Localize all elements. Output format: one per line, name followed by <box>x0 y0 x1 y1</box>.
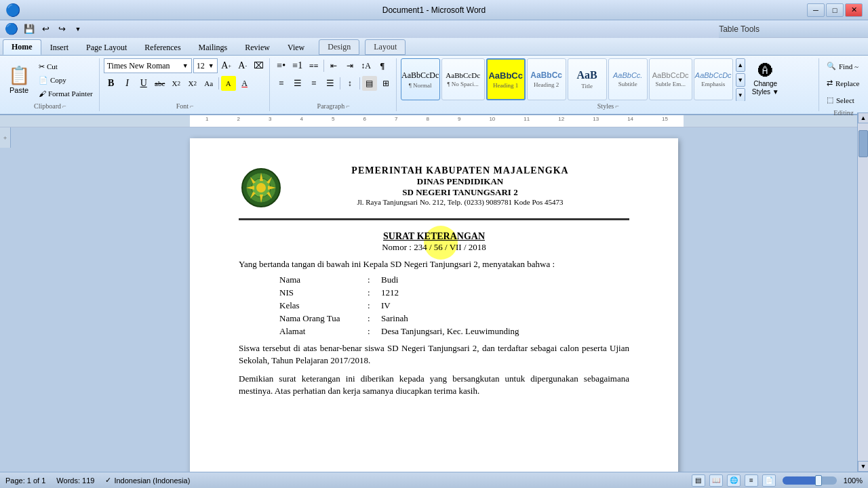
draft-button[interactable]: 📄 <box>762 474 776 487</box>
find-button[interactable]: 🔍 Find ~ <box>823 58 864 74</box>
cut-button[interactable]: ✂ Cut <box>35 60 96 73</box>
format-painter-button[interactable]: 🖌 Format Painter <box>35 87 96 100</box>
minimize-button[interactable]: ─ <box>807 3 825 17</box>
style-title[interactable]: AaB Title <box>568 58 607 100</box>
style-h1-label: Heading 1 <box>493 82 518 89</box>
data-row-alamat: Alamat : Desa Tanjungsari, Kec. Leuwimun… <box>279 326 629 337</box>
print-layout-button[interactable]: ▤ <box>692 474 705 487</box>
subscript-button[interactable]: X2 <box>169 76 184 91</box>
copy-button[interactable]: 📄 Copy <box>35 74 96 87</box>
multilevel-button[interactable]: ≡≡ <box>307 58 321 73</box>
clipboard-expand[interactable]: ⌐ <box>62 102 66 110</box>
justify-button[interactable]: ☰ <box>323 76 338 91</box>
style-subtitle[interactable]: AaBbCc. Subtitle <box>608 58 648 100</box>
tab-mailings[interactable]: Mailings <box>190 40 237 55</box>
bold-button[interactable]: B <box>104 76 119 91</box>
zoom-thumb[interactable] <box>815 475 822 486</box>
increase-indent-button[interactable]: ⇥ <box>342 58 357 73</box>
style-subtle-em[interactable]: AaBbCcDc Subtle Em... <box>649 58 692 100</box>
scroll-track[interactable] <box>858 123 868 461</box>
highlight-button[interactable]: A <box>221 76 236 91</box>
tab-pagelayout[interactable]: Page Layout <box>77 40 136 55</box>
numbering-button[interactable]: ≡1 <box>290 58 305 73</box>
scroll-thumb[interactable] <box>859 130 868 157</box>
paragraph-label: Paragraph ⌐ <box>274 101 393 111</box>
web-layout-button[interactable]: 🌐 <box>727 474 741 487</box>
school-address: Jl. Raya Tanjungsari No. 212, Telp. (023… <box>291 198 629 206</box>
outline-button[interactable]: ≡ <box>745 474 758 487</box>
replace-button[interactable]: ⇄ Replace <box>823 75 864 91</box>
save-button[interactable]: 💾 <box>22 22 37 36</box>
styles-group: AaBbCcDc ¶ Normal AaBbCcDc ¶ No Spaci...… <box>398 58 819 111</box>
ruler-num: 7 <box>395 116 397 122</box>
shading-button[interactable]: ▤ <box>362 76 377 91</box>
office-orb[interactable]: 🔵 <box>3 22 20 36</box>
logo-svg <box>241 167 281 211</box>
maximize-button[interactable]: □ <box>826 3 844 17</box>
style-normal[interactable]: AaBbCcDc ¶ Normal <box>401 58 440 100</box>
clear-format-button[interactable]: ⌧ <box>252 58 267 73</box>
align-center-button[interactable]: ☰ <box>290 76 305 91</box>
bullets-button[interactable]: ≡• <box>274 58 289 73</box>
document-page[interactable]: PEMERINTAH KABUPATEN MAJALENGKA DINAS PE… <box>190 138 678 472</box>
font-color-button[interactable]: A <box>237 76 252 91</box>
sort-button[interactable]: ↕A <box>359 58 374 73</box>
table-tools-label: Table Tools <box>719 24 760 34</box>
show-hide-button[interactable]: ¶ <box>375 58 390 73</box>
styles-expand[interactable]: ⌐ <box>615 102 619 110</box>
paragraph-expand[interactable]: ⌐ <box>346 102 350 110</box>
select-button[interactable]: ⬚ Select <box>823 92 864 108</box>
style-heading2[interactable]: AaBbCc Heading 2 <box>527 58 566 100</box>
borders-button[interactable]: ⊞ <box>378 76 393 91</box>
change-case-button[interactable]: Aa <box>201 76 216 91</box>
tab-references[interactable]: References <box>136 40 189 55</box>
tab-review[interactable]: Review <box>236 40 279 55</box>
strikethrough-button[interactable]: abc <box>153 76 167 91</box>
redo-button[interactable]: ↪ <box>54 22 69 36</box>
zoom-slider[interactable] <box>783 476 837 485</box>
tab-insert[interactable]: Insert <box>41 40 77 55</box>
qat-dropdown[interactable]: ▼ <box>71 22 85 36</box>
shrink-font-button[interactable]: A- <box>235 58 250 73</box>
grow-font-button[interactable]: A+ <box>219 58 234 73</box>
tab-home[interactable]: Home <box>3 39 41 55</box>
tab-layout[interactable]: Layout <box>365 39 406 55</box>
style-no-spacing[interactable]: AaBbCcDc ¶ No Spaci... <box>441 58 485 100</box>
paste-button[interactable]: 📋 Paste <box>4 60 34 100</box>
title-bar: 🔵 Document1 - Microsoft Word ─ □ ✕ <box>0 0 868 20</box>
styles-scroll-more[interactable]: ▼ <box>736 88 745 101</box>
styles-scroll-up[interactable]: ▲ <box>736 58 745 72</box>
font-expand[interactable]: ⌐ <box>190 102 194 110</box>
italic-button[interactable]: I <box>120 76 135 91</box>
style-subtitle-label: Subtitle <box>618 81 637 87</box>
underline-button[interactable]: U <box>136 76 151 91</box>
letter-title: SURAT KETERANGAN <box>239 231 629 242</box>
style-heading1[interactable]: AaBbCc Heading 1 <box>486 58 526 100</box>
zoom-level: 100% <box>844 476 863 485</box>
org-name: PEMERINTAH KABUPATEN MAJALENGKA <box>291 165 629 176</box>
align-right-button[interactable]: ≡ <box>307 76 321 91</box>
divider <box>323 60 324 72</box>
superscript-button[interactable]: X2 <box>185 76 200 91</box>
tab-view[interactable]: View <box>279 40 313 55</box>
cursor-icon: + <box>3 134 7 142</box>
style-emphasis[interactable]: AaBbCcDc Emphasis <box>694 58 733 100</box>
full-reading-button[interactable]: 📖 <box>709 474 723 487</box>
font-name-dropdown[interactable]: Times New Roman ▼ <box>104 58 192 73</box>
quick-access-toolbar: 🔵 💾 ↩ ↪ ▼ <box>0 20 719 38</box>
scroll-down-button[interactable]: ▼ <box>858 461 868 472</box>
font-size-dropdown[interactable]: 12 ▼ <box>193 58 218 73</box>
undo-button[interactable]: ↩ <box>38 22 53 36</box>
style-normal-preview: AaBbCcDc <box>401 70 439 81</box>
decrease-indent-button[interactable]: ⇤ <box>326 58 341 73</box>
align-left-button[interactable]: ≡ <box>274 76 289 91</box>
scroll-up-button[interactable]: ▲ <box>858 113 868 123</box>
letter-title-section: SURAT KETERANGAN Nomor : 234 / 56 / VII … <box>239 231 629 253</box>
school-name: SD NEGERI TANUNGSARI 2 <box>291 187 629 198</box>
change-styles-button[interactable]: 🅐 ChangeStyles ▼ <box>748 58 783 100</box>
line-spacing-button[interactable]: ↕ <box>342 76 357 91</box>
styles-scroll-down[interactable]: ▼ <box>736 73 745 87</box>
style-subtle-preview: AaBbCcDc <box>652 71 689 79</box>
close-button[interactable]: ✕ <box>845 3 863 17</box>
tab-design[interactable]: Design <box>319 39 359 55</box>
